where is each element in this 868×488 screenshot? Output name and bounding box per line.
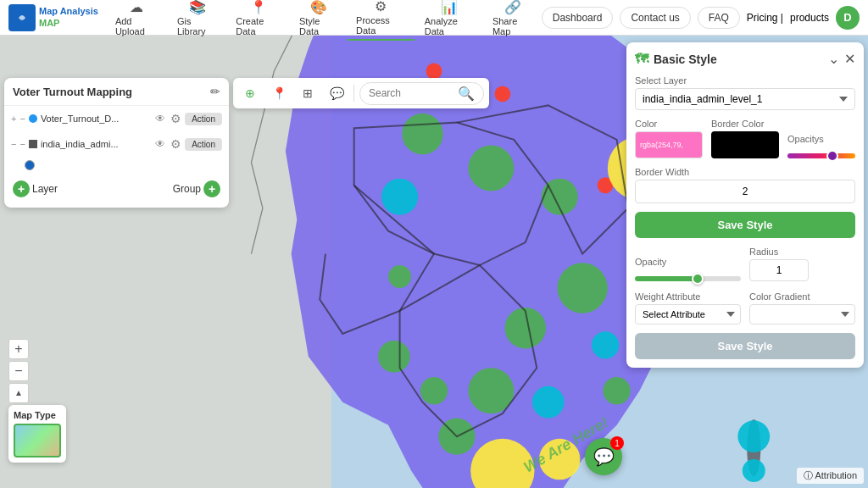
layer-name-voter: Voter_Turnout_D... — [41, 114, 125, 124]
analyze-icon: 📊 — [441, 0, 458, 15]
chat-button[interactable]: 💬 1 — [585, 438, 622, 475]
opacity-label: Opacitys — [787, 134, 855, 144]
map-type-panel: Map Type — [8, 405, 66, 463]
products-link[interactable]: products — [790, 12, 829, 24]
app-logo[interactable]: Map Analysis MAP — [0, 4, 107, 31]
faq-button[interactable]: FAQ — [698, 7, 740, 29]
color-label: Color — [635, 119, 703, 129]
layer-action-india[interactable]: Action — [185, 138, 222, 151]
layer-settings-voter[interactable]: ⚙ — [169, 110, 183, 127]
color-value: rgba(254,79, — [640, 141, 683, 149]
layer-controls-india: 👁 ⚙ Action — [153, 136, 222, 152]
share-icon: 🔗 — [504, 0, 521, 15]
nav-items: ☁ Add Upload 📚 Gis Library 📍 Create Data… — [107, 0, 542, 41]
library-icon: 📚 — [189, 0, 206, 15]
color-group: Color rgba(254,79, — [635, 119, 703, 158]
toolbar-separator — [353, 85, 354, 102]
zoom-out-button[interactable]: − — [8, 361, 29, 381]
toolbar-comment-btn[interactable]: 💬 — [325, 81, 348, 105]
border-width-label: Border Width — [635, 167, 855, 177]
layer-visibility-india[interactable]: 👁 — [153, 136, 167, 152]
svg-point-5 — [426, 64, 442, 80]
search-icon: 🔍 — [458, 86, 475, 102]
layer-visibility-voter[interactable]: 👁 — [153, 111, 167, 126]
toolbar-location-btn[interactable]: 📍 — [267, 81, 291, 105]
svg-point-12 — [737, 420, 770, 452]
layer-minus-icon: − — [19, 114, 25, 124]
opacity2-label: Opacity — [635, 257, 741, 267]
select-layer-label: Select Layer — [635, 75, 855, 86]
svg-point-22 — [420, 377, 448, 404]
color-row: Color rgba(254,79, Border Color Opacitys — [635, 119, 855, 158]
add-layer-icon: + — [13, 180, 30, 197]
process-icon: ⚙ — [375, 0, 387, 14]
panel-close-button[interactable]: ✕ — [844, 51, 855, 67]
nav-process-data[interactable]: ⚙ Process Data — [348, 0, 415, 41]
chat-bubble: 💬 1 — [585, 438, 622, 475]
user-avatar[interactable]: D — [836, 6, 860, 30]
nav-style-data[interactable]: 🎨 Style Data — [291, 0, 346, 40]
nav-add-upload[interactable]: ☁ Add Upload — [107, 0, 167, 40]
opacity-group: Opacitys — [787, 134, 855, 158]
zoom-in-button[interactable]: + — [8, 339, 29, 359]
add-group-icon: + — [203, 180, 220, 197]
svg-point-14 — [402, 114, 443, 155]
search-box: 🔍 — [359, 82, 484, 105]
search-input[interactable] — [369, 87, 453, 99]
pricing-link[interactable]: Pricing | — [747, 12, 783, 24]
border-width-row: Border Width — [635, 167, 855, 203]
toolbar-cursor-btn[interactable]: ⊕ — [238, 81, 262, 105]
attribution[interactable]: ⓘ Attribution — [797, 468, 864, 484]
save-style-bottom-button: Save Style — [635, 333, 855, 359]
layer-minus3-icon: − — [19, 139, 25, 149]
border-color-swatch[interactable] — [711, 131, 779, 158]
layer-item-india: − − india_india_admi... 👁 ⚙ Action — [4, 131, 229, 157]
select-layer-group: Select Layer india_india_admin_level_1 — [635, 75, 855, 119]
color-swatch[interactable]: rgba(254,79, — [635, 131, 703, 158]
panel-minimize-button[interactable]: ⌄ — [828, 51, 839, 67]
layer-controls-voter: 👁 ⚙ Action — [153, 110, 222, 127]
radius-group: Radius — [749, 247, 855, 281]
color-gradient-select[interactable] — [749, 304, 855, 324]
add-group-label: Group — [173, 183, 201, 195]
cloud-upload-icon: ☁ — [130, 0, 143, 15]
dashboard-button[interactable]: Dashboard — [542, 7, 614, 29]
toolbar-grid-btn[interactable]: ⊞ — [296, 81, 320, 105]
add-layer-button[interactable]: + Layer — [13, 180, 58, 197]
layer-settings-india[interactable]: ⚙ — [169, 136, 183, 152]
map-type-thumbnail[interactable] — [14, 424, 61, 458]
svg-point-9 — [381, 179, 418, 215]
sidebar-edit-btn[interactable]: ✏ — [210, 85, 220, 98]
panel-title: 🗺 Basic Style — [635, 52, 717, 67]
svg-point-32 — [539, 439, 581, 480]
opacity-slider[interactable] — [787, 153, 855, 158]
attr-row: Weight Attribute Select Attribute Color … — [635, 291, 855, 324]
attribution-icon: ⓘ — [804, 470, 813, 480]
nav-gis-library[interactable]: 📚 Gis Library — [169, 0, 225, 40]
border-color-label: Border Color — [711, 119, 779, 129]
weight-attr-select[interactable]: Select Attribute — [635, 304, 741, 324]
nav-create-data[interactable]: 📍 Create Data — [227, 0, 289, 40]
chat-badge: 1 — [610, 436, 624, 450]
svg-point-25 — [603, 377, 630, 404]
nav-analyze-data[interactable]: 📊 Analyze Data — [416, 0, 482, 40]
svg-point-24 — [388, 265, 411, 288]
layer-minus2-icon: − — [11, 139, 16, 149]
weight-attr-group: Weight Attribute Select Attribute — [635, 291, 741, 324]
radius-input[interactable] — [749, 259, 809, 281]
sidebar-header: Voter Turnout Mapping ✏ — [4, 78, 229, 106]
svg-point-6 — [494, 86, 510, 103]
zoom-reset-button[interactable]: ▲ — [8, 383, 29, 403]
nav-share-map[interactable]: 🔗 Share Map — [484, 0, 542, 40]
border-width-input[interactable] — [635, 180, 855, 203]
layer-dot-voter — [29, 114, 37, 123]
select-layer-dropdown[interactable]: india_india_admin_level_1 — [635, 88, 855, 110]
contact-us-button[interactable]: Contact us — [620, 7, 690, 29]
save-style-button[interactable]: Save Style — [635, 212, 855, 238]
layer-action-voter[interactable]: Action — [185, 113, 222, 125]
opacity2-group: Opacity — [635, 257, 741, 281]
svg-point-17 — [558, 263, 608, 313]
add-group-button[interactable]: Group + — [173, 180, 220, 197]
opacity-range[interactable] — [635, 276, 741, 281]
nav-style-data-label: Style Data — [299, 16, 337, 36]
